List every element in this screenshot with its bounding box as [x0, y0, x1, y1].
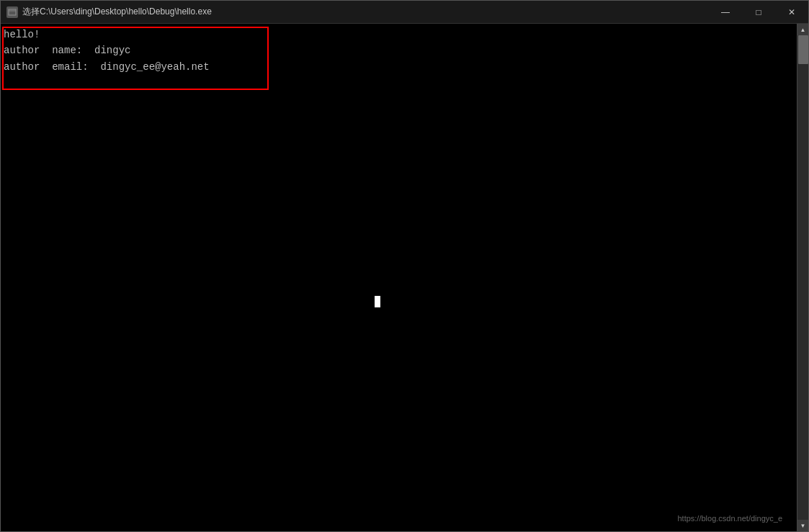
- scrollbar-down-arrow[interactable]: ▼: [797, 520, 809, 531]
- scrollbar[interactable]: ▲ ▼: [797, 24, 808, 531]
- close-button[interactable]: ✕: [775, 1, 808, 24]
- scrollbar-up-arrow[interactable]: ▲: [797, 24, 809, 35]
- console-content: hello! author name: dingyc author email:…: [1, 24, 797, 531]
- watermark: https://blog.csdn.net/dingyc_e: [677, 513, 782, 526]
- console-line-1: hello!: [4, 27, 794, 42]
- console-line-3: author email: dingyc_ee@yeah.net: [4, 59, 794, 75]
- console-text: hello! author name: dingyc author email:…: [4, 27, 794, 75]
- scrollbar-thumb[interactable]: [798, 35, 808, 64]
- scrollbar-track[interactable]: [797, 35, 808, 520]
- console-area[interactable]: hello! author name: dingyc author email:…: [1, 24, 808, 531]
- minimize-button[interactable]: —: [709, 1, 742, 24]
- cursor: [375, 296, 380, 307]
- window-controls: — □ ✕: [709, 1, 808, 24]
- window-title: 选择C:\Users\ding\Desktop\hello\Debug\hell…: [22, 6, 212, 18]
- window-icon: [6, 6, 18, 18]
- svg-rect-0: [9, 9, 16, 15]
- title-bar-left: 选择C:\Users\ding\Desktop\hello\Debug\hell…: [6, 6, 212, 18]
- maximize-button[interactable]: □: [742, 1, 775, 24]
- console-window: 选择C:\Users\ding\Desktop\hello\Debug\hell…: [0, 0, 809, 532]
- console-line-2: author name: dingyc: [4, 42, 794, 58]
- title-bar: 选择C:\Users\ding\Desktop\hello\Debug\hell…: [1, 1, 808, 24]
